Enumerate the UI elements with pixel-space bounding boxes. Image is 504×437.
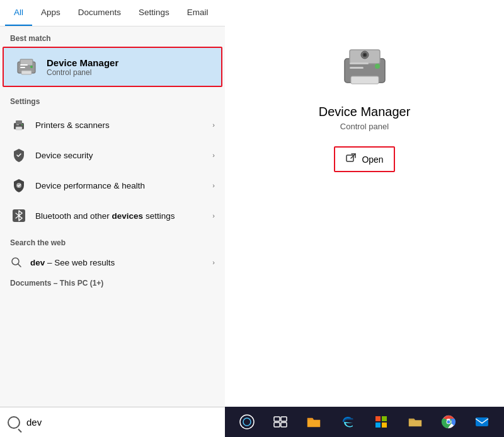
svg-rect-29 [274, 422, 280, 427]
settings-printers[interactable]: Printers & scanners › [0, 110, 225, 140]
svg-point-3 [30, 66, 33, 68]
search-input[interactable] [26, 417, 217, 428]
svg-point-10 [21, 124, 23, 125]
settings-device-performance[interactable]: Device performance & health › [0, 170, 225, 201]
svg-rect-31 [375, 416, 381, 421]
chevron-right-icon-3: › [212, 182, 215, 189]
svg-rect-9 [16, 124, 19, 125]
tab-apps[interactable]: Apps [32, 0, 69, 26]
settings-bluetooth[interactable]: Bluetooth and other devices settings › [0, 201, 225, 231]
svg-point-26 [243, 418, 251, 426]
svg-rect-38 [476, 417, 488, 426]
device-manager-icon-large [336, 38, 393, 95]
tab-all[interactable]: All [5, 0, 32, 26]
google-chrome-icon[interactable] [440, 413, 457, 431]
edge-browser-icon[interactable] [339, 413, 357, 431]
svg-rect-2 [21, 71, 32, 74]
tabs-bar: All Apps Documents Settings Email Web Mo… [0, 0, 225, 26]
svg-rect-19 [350, 62, 369, 64]
chevron-right-web: › [212, 259, 215, 266]
svg-line-14 [18, 264, 21, 267]
task-view-icon[interactable] [272, 413, 289, 431]
tab-settings[interactable]: Settings [130, 0, 178, 26]
svg-point-37 [447, 421, 450, 424]
svg-rect-4 [20, 64, 28, 66]
best-match-label: Best match [0, 26, 225, 47]
web-search-label: Search the web [0, 231, 225, 251]
settings-device-security[interactable]: Device security › [0, 140, 225, 170]
right-panel-app-name: Device Manager [319, 105, 411, 119]
tab-documents[interactable]: Documents [69, 0, 130, 26]
device-performance-label: Device performance & health [35, 181, 212, 190]
svg-rect-7 [16, 120, 22, 124]
settings-section-label: Settings [0, 90, 225, 110]
svg-rect-34 [382, 422, 387, 428]
device-security-label: Device security [35, 151, 212, 160]
best-match-text: Device Manager Control panel [47, 57, 118, 77]
search-panel: All Apps Documents Settings Email Web Mo… [0, 0, 225, 407]
results-panel: Best match Device Manager Control panel … [0, 26, 225, 407]
svg-rect-32 [382, 416, 387, 421]
svg-rect-5 [20, 67, 25, 68]
svg-rect-24 [346, 155, 353, 161]
svg-point-25 [240, 415, 254, 429]
svg-rect-28 [281, 417, 287, 421]
svg-rect-33 [375, 422, 381, 428]
store-icon[interactable] [372, 413, 390, 431]
taskbar [225, 407, 504, 437]
search-bar [0, 407, 225, 437]
printers-label: Printers & scanners [35, 120, 212, 130]
svg-rect-17 [351, 76, 379, 84]
shield-check-icon [10, 177, 28, 194]
device-manager-icon-small [14, 54, 39, 79]
svg-point-23 [364, 54, 365, 56]
chevron-right-icon-2: › [212, 151, 215, 159]
chevron-right-icon-4: › [212, 212, 215, 219]
printer-icon [10, 116, 28, 134]
svg-rect-27 [274, 417, 280, 421]
shield-icon [10, 146, 28, 164]
search-web-icon [10, 256, 23, 269]
svg-rect-20 [350, 67, 364, 69]
bluetooth-label: Bluetooth and other devices settings [35, 211, 212, 221]
svg-rect-30 [281, 422, 287, 427]
web-search-item[interactable]: dev – See web results › [0, 251, 225, 274]
right-panel: Device Manager Control panel Open [225, 0, 504, 407]
folder-icon[interactable] [406, 413, 424, 431]
right-panel-app-type: Control panel [340, 122, 389, 131]
best-match-subtitle: Control panel [47, 68, 118, 77]
best-match-item[interactable]: Device Manager Control panel [3, 47, 222, 87]
best-match-title: Device Manager [47, 57, 118, 68]
documents-section-label: Documents – This PC (1+) [0, 274, 225, 290]
bluetooth-icon [10, 207, 28, 224]
cortana-icon[interactable] [238, 413, 256, 431]
search-icon [8, 416, 20, 429]
open-button[interactable]: Open [334, 146, 394, 172]
mail-icon[interactable] [473, 413, 491, 431]
svg-rect-8 [16, 127, 22, 130]
file-explorer-icon[interactable] [305, 413, 323, 431]
chevron-right-icon: › [212, 121, 215, 129]
svg-point-18 [375, 64, 380, 69]
svg-point-11 [16, 183, 21, 188]
tab-email[interactable]: Email [178, 0, 217, 26]
web-search-text: dev – See web results [30, 258, 115, 267]
open-icon [345, 153, 357, 166]
open-label: Open [362, 154, 383, 165]
